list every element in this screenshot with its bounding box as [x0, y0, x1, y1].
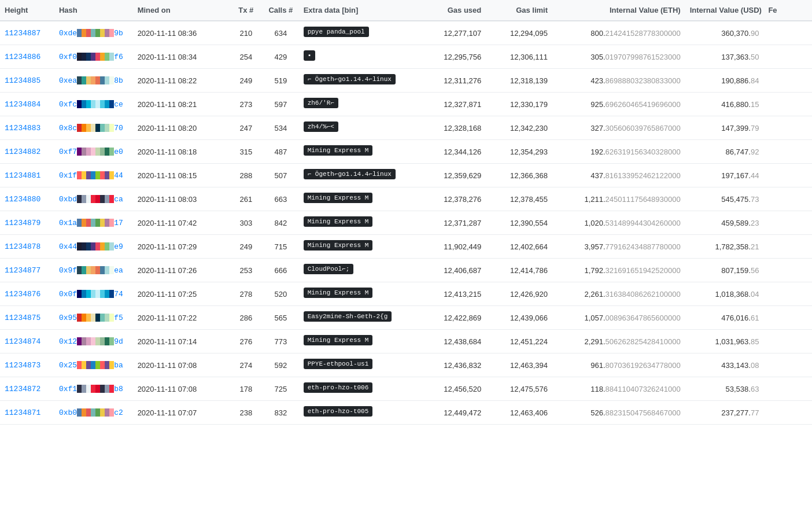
block-height-link[interactable]: 11234885 [5, 76, 40, 85]
tx-count-cell: 286 [230, 306, 263, 330]
hash-color-segment [95, 53, 100, 61]
block-height-link[interactable]: 11234871 [5, 408, 40, 417]
hash-color-segment [86, 148, 91, 156]
hash-color-segment [95, 148, 100, 156]
hash-link[interactable]: 0x95f5 [59, 314, 123, 322]
internal-value-usd-cell: 1,018,368.04 [685, 282, 764, 306]
block-height-link[interactable]: 11234876 [5, 290, 40, 299]
hash-color-segment [82, 290, 86, 298]
block-height-link[interactable]: 11234886 [5, 53, 40, 61]
gas-used-cell: 12,378,276 [419, 187, 486, 211]
hash-cell: 0x129d [54, 330, 133, 353]
hash-color-segment [86, 266, 91, 274]
hash-cell: 0x1a17 [54, 211, 133, 235]
hash-color-segment [77, 290, 82, 298]
block-height-link[interactable]: 11234875 [5, 314, 40, 322]
hash-link[interactable]: 0xbdca [59, 195, 123, 204]
hash-color-segment [95, 171, 100, 179]
hash-color-segment [86, 195, 91, 203]
block-height-link[interactable]: 11234884 [5, 100, 40, 109]
hash-link[interactable]: 0xf1b8 [59, 385, 123, 393]
block-height-link[interactable]: 11234872 [5, 385, 40, 393]
hash-link[interactable]: 0x25ba [59, 361, 123, 370]
internal-value-usd-cell: 459,589.23 [685, 211, 764, 235]
hash-link[interactable]: 0xf0f6 [59, 53, 123, 61]
hash-color-segment [91, 314, 95, 322]
block-height-link[interactable]: 11234879 [5, 219, 40, 227]
hash-color-segment [109, 408, 114, 417]
hash-color-segment [82, 124, 86, 132]
col-iv-eth: Internal Value (ETH) [552, 0, 685, 21]
hash-link[interactable]: 0x1f44 [59, 171, 123, 180]
calls-count-cell: 634 [263, 21, 299, 45]
internal-value-eth-cell: 437.816133952462122000 [552, 164, 685, 187]
hash-color-segment [82, 53, 86, 61]
gas-limit-cell: 12,366,368 [486, 164, 552, 187]
block-height-link[interactable]: 11234878 [5, 242, 40, 251]
extra-data-badge: ⌐ Ögeth⌐go1.14.4⌐linux [304, 169, 396, 179]
extra-data-badge: ⌐ Ögeth⌐go1.14.4⌐linux [304, 74, 396, 84]
hash-color-segment [82, 266, 86, 274]
hash-link[interactable]: 0x9fea [59, 266, 123, 275]
hash-link[interactable]: 0xea8b [59, 76, 123, 85]
internal-value-eth-cell: 118.884110407326241000 [552, 377, 685, 401]
col-hash: Hash [54, 0, 133, 21]
block-height-link[interactable]: 11234880 [5, 195, 40, 204]
hash-color-segment [77, 76, 82, 84]
extra-data-cell: ⌐ Ögeth⌐go1.14.4⌐linux [299, 164, 420, 187]
gas-used-cell: 12,406,687 [419, 259, 486, 282]
block-height-link[interactable]: 11234883 [5, 124, 40, 132]
hash-link[interactable]: 0x8c70 [59, 124, 123, 132]
hash-color-segment [91, 124, 95, 132]
hash-color-segment [77, 29, 82, 37]
hash-color-segment [109, 53, 114, 61]
block-height-link[interactable]: 11234881 [5, 171, 40, 180]
hash-link[interactable]: 0xb0c2 [59, 408, 123, 417]
table-row: 112348860xf0f62020-11-11 08:34254429▪12,… [0, 45, 812, 69]
tx-count-cell: 254 [230, 45, 263, 69]
internal-value-eth-cell: 2,291.506262825428410000 [552, 330, 685, 353]
extra-data-cell: Mining Express M [299, 282, 420, 306]
mined-on-cell: 2020-11-11 07:25 [133, 282, 230, 306]
fe-cell [763, 45, 812, 69]
col-extra: Extra data [bin] [299, 0, 420, 21]
hash-color-segment [77, 53, 82, 61]
block-height-link[interactable]: 11234873 [5, 361, 40, 370]
tx-count-cell: 210 [230, 21, 263, 45]
hash-color-segment [109, 124, 114, 132]
hash-link[interactable]: 0xde9b [59, 29, 123, 38]
hash-color-segment [100, 148, 105, 156]
calls-count-cell: 429 [263, 45, 299, 69]
fe-cell [763, 140, 812, 164]
extra-data-cell: Mining Express M [299, 187, 420, 211]
gas-limit-cell: 12,402,664 [486, 235, 552, 259]
gas-used-cell: 12,422,869 [419, 306, 486, 330]
hash-link[interactable]: 0x129d [59, 337, 123, 346]
block-height-link[interactable]: 11234874 [5, 337, 40, 346]
hash-color-segment [86, 314, 91, 322]
block-height-link[interactable]: 11234882 [5, 148, 40, 156]
hash-color-segment [86, 290, 91, 298]
hash-color-segment [109, 266, 114, 274]
fe-cell [763, 259, 812, 282]
hash-link[interactable]: 0x44e9 [59, 242, 123, 251]
extra-data-cell: zh4/%⌐< [299, 116, 420, 140]
mined-on-cell: 2020-11-11 08:36 [133, 21, 230, 45]
hash-link[interactable]: 0x0f74 [59, 290, 123, 299]
block-height-link[interactable]: 11234877 [5, 266, 40, 275]
block-height-link[interactable]: 11234887 [5, 29, 40, 38]
hash-color-segment [82, 314, 86, 322]
hash-color-segment [100, 124, 105, 132]
extra-data-badge: Mining Express M [304, 240, 373, 251]
hash-color-segment [105, 124, 109, 132]
hash-cell: 0xea8b [54, 69, 133, 93]
hash-link[interactable]: 0xfcce [59, 100, 123, 109]
gas-limit-cell: 12,294,095 [486, 21, 552, 45]
hash-link[interactable]: 0xf7e0 [59, 148, 123, 156]
extra-data-cell: eth-pro-hzo-t006 [299, 377, 420, 401]
tx-count-cell: 253 [230, 259, 263, 282]
hash-link[interactable]: 0x1a17 [59, 219, 123, 227]
hash-color-segment [77, 408, 82, 417]
gas-used-cell: 12,436,832 [419, 353, 486, 377]
table-row: 112348780x44e92020-11-11 07:29249715Mini… [0, 235, 812, 259]
